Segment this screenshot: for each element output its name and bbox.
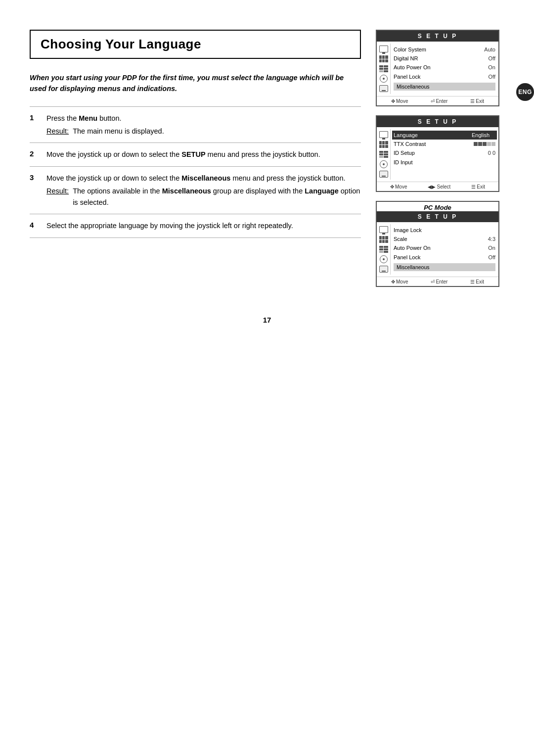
screen-2-icons [377, 129, 391, 180]
screen-1-misc: Miscellaneous [394, 83, 495, 91]
step-1-number: 1 [30, 113, 39, 122]
screen-1-icon-5 [379, 84, 389, 93]
steps-container: 1 Press the Menu button. Result: The mai… [30, 106, 361, 238]
screen-3-icon-5 [379, 265, 389, 274]
disk-icon-2 [379, 171, 388, 178]
language-selector: ◀ English ▶ [466, 132, 495, 139]
step-3-result-label: Result: [46, 186, 69, 208]
footer-move-2: ✥ Move [390, 184, 407, 189]
screen-3-icon-4 [379, 255, 389, 264]
screen-2-icon-2 [379, 140, 389, 149]
circle-icon-2 [380, 160, 388, 168]
step-2-number: 2 [30, 149, 39, 158]
screen-3-menu: Image Lock Scale 4:3 Auto Power On On Pa… [391, 224, 498, 275]
intro-text: When you start using your PDP for the fi… [30, 73, 361, 94]
menu-row-language: Language ◀ English ▶ [392, 131, 497, 140]
monitor-icon-2 [379, 131, 388, 138]
grid-icon-2 [379, 141, 388, 148]
screen-1-footer: ✥ Move ⏎ Enter ☰ Exit [377, 96, 498, 105]
grid-icon [379, 55, 388, 62]
step-3-text: Move the joystick up or down to select t… [46, 174, 346, 182]
monitor-icon [379, 46, 388, 52]
step-4-text: Select the appropriate language by movin… [46, 222, 293, 230]
screen-3-misc: Miscellaneous [394, 263, 495, 271]
screen-3-icon-3 [379, 245, 389, 254]
step-1: 1 Press the Menu button. Result: The mai… [30, 107, 361, 143]
right-column: ENG S E T U P [376, 30, 504, 296]
step-3-number: 3 [30, 173, 39, 182]
menu-row-ttx: TTX Contrast [394, 140, 495, 148]
footer-exit-2: ☰ Exit [471, 184, 485, 189]
screen-2-icon-4 [379, 160, 389, 169]
footer-move-3: ✥ Move [391, 279, 408, 284]
screen-3-icon-1 [379, 225, 389, 234]
step-4-content: Select the appropriate language by movin… [46, 220, 361, 231]
screen-2-icon-1 [379, 130, 389, 139]
eng-badge: ENG [516, 83, 534, 101]
menu-row-image-lock: Image Lock [394, 226, 495, 235]
step-1-result-text: The main menu is displayed. [73, 126, 164, 137]
screen-2-footer: ✥ Move ◀▶ Select ☰ Exit [377, 182, 498, 191]
page-number: 17 [30, 316, 504, 324]
screen-1-icon-2 [379, 54, 389, 63]
footer-enter-3: ⏎ Enter [431, 279, 447, 284]
menu-row-panel-lock: Panel Lock Off [394, 72, 495, 81]
footer-exit: ☰ Exit [470, 98, 484, 104]
disk-icon-3 [379, 266, 388, 273]
screen-3-icon-2 [379, 235, 389, 244]
monitor-icon-3 [379, 226, 388, 233]
grid2-icon-2 [379, 151, 388, 158]
menu-row-id-setup: ID Setup 0 0 [394, 149, 495, 158]
screen-1-icon-1 [379, 45, 389, 53]
screen-3-footer: ✥ Move ⏎ Enter ☰ Exit [377, 277, 498, 286]
screen-2: S E T U P [376, 115, 499, 192]
circle-icon-3 [380, 255, 388, 263]
footer-enter: ⏎ Enter [431, 98, 447, 104]
screen-1-icon-4 [379, 74, 389, 83]
screen-3: PC Mode S E T U P [376, 201, 499, 287]
screen-3-header: S E T U P [377, 211, 498, 222]
menu-row-auto-power: Auto Power On On [394, 63, 495, 72]
screen-1-icons [377, 44, 391, 94]
screen-3-icons [377, 224, 391, 275]
menu-row-auto-power-3: Auto Power On On [394, 244, 495, 253]
screen-1-menu: Color System Auto Digital NR Off Auto Po… [391, 44, 498, 94]
grid2-icon [379, 65, 388, 72]
page-title: Choosing Your Language [41, 37, 201, 51]
screen-2-header: S E T U P [377, 116, 498, 127]
step-2: 2 Move the joystick up or down to select… [30, 143, 361, 166]
menu-row-panel-lock-3: Panel Lock Off [394, 253, 495, 262]
footer-select-2: ◀▶ Select [428, 184, 450, 189]
menu-row-color-system: Color System Auto [394, 45, 495, 54]
step-1-result-label: Result: [46, 126, 69, 137]
disk-icon [379, 85, 388, 92]
menu-row-digital-nr: Digital NR Off [394, 54, 495, 63]
step-4-number: 4 [30, 220, 39, 229]
screen-1: S E T U P [376, 30, 499, 106]
screen-2-menu: Language ◀ English ▶ TTX Contrast [391, 129, 498, 180]
grid2-icon-3 [379, 246, 388, 253]
screen-1-icon-3 [379, 64, 389, 73]
menu-row-scale: Scale 4:3 [394, 235, 495, 243]
grid-icon-3 [379, 236, 388, 243]
step-2-text: Move the joystick up or down to select t… [46, 150, 320, 158]
screen-2-icon-5 [379, 170, 389, 179]
step-3-content: Move the joystick up or down to select t… [46, 173, 361, 208]
menu-row-id-input: ID Input [394, 158, 495, 167]
circle-icon [380, 75, 388, 83]
pc-mode-label: PC Mode [377, 202, 498, 211]
screen-2-icon-3 [379, 150, 389, 159]
screen-1-header: S E T U P [377, 31, 498, 42]
footer-exit-3: ☰ Exit [470, 279, 484, 284]
title-box: Choosing Your Language [30, 30, 361, 59]
step-1-text: Press the Menu button. [46, 114, 122, 122]
step-3-result-text: The options available in the Miscellaneo… [73, 186, 361, 208]
footer-move: ✥ Move [391, 98, 408, 104]
step-3: 3 Move the joystick up or down to select… [30, 167, 361, 214]
step-2-content: Move the joystick up or down to select t… [46, 149, 361, 160]
step-1-content: Press the Menu button. Result: The main … [46, 113, 361, 137]
step-4: 4 Select the appropriate language by mov… [30, 214, 361, 237]
